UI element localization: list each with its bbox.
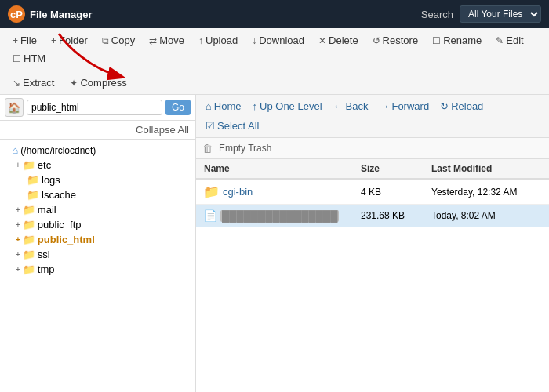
home-nav-icon: ⌂ bbox=[205, 100, 212, 112]
table-row[interactable]: 📁 cgi-bin 4 KB Yesterday, 12:32 AM bbox=[196, 179, 549, 205]
upload-button[interactable]: ↑ Upload bbox=[192, 32, 244, 49]
reload-icon: ↻ bbox=[440, 100, 449, 112]
row1-modified-cell: Yesterday, 12:32 AM bbox=[424, 179, 549, 205]
go-button[interactable]: Go bbox=[165, 100, 191, 115]
download-button[interactable]: ↓ Download bbox=[245, 32, 311, 49]
collapse-all-label: Collapse All bbox=[136, 124, 189, 136]
row2-file-icon: 📄 bbox=[204, 209, 217, 222]
edit-icon: ✎ bbox=[496, 35, 504, 46]
tree-item-mail[interactable]: + 📁 mail bbox=[0, 202, 195, 217]
top-bar: cP File Manager Search All Your Files bbox=[0, 0, 549, 28]
lscache-folder-icon: 📁 bbox=[27, 189, 39, 201]
file-tree: − ⌂ (/home/irclocdnet) + 📁 etc 📁 logs bbox=[0, 140, 195, 392]
tree-item-etc[interactable]: + 📁 etc bbox=[0, 158, 195, 172]
toolbar-row1: + File + Folder ⧉ Copy ⇄ Move ↑ Upload ↓… bbox=[0, 28, 549, 71]
extract-button[interactable]: ↘ Extract bbox=[6, 74, 60, 91]
collapse-all-button[interactable]: Collapse All bbox=[0, 121, 195, 140]
toolbar-row2: ↘ Extract ✦ Compress bbox=[0, 71, 549, 95]
ssl-folder-icon: 📁 bbox=[23, 249, 35, 260]
edit-button[interactable]: ✎ Edit bbox=[489, 32, 529, 49]
tree-item-root[interactable]: − ⌂ (/home/irclocdnet) bbox=[0, 143, 195, 158]
col-size: Size bbox=[353, 159, 424, 179]
tree-label-root: (/home/irclocdnet) bbox=[20, 145, 96, 156]
folder-plus-icon: + bbox=[51, 35, 56, 46]
select-all-icon: ☑ bbox=[205, 120, 215, 132]
page-wrapper: cP File Manager Search All Your Files + … bbox=[0, 0, 549, 392]
folder-button[interactable]: + Folder bbox=[45, 32, 94, 49]
tmp-expand-icon: + bbox=[16, 265, 20, 274]
tree-item-public-html[interactable]: + 📁 public_html bbox=[0, 232, 195, 247]
tree-item-logs[interactable]: 📁 logs bbox=[0, 172, 195, 187]
col-modified: Last Modified bbox=[424, 159, 549, 179]
public-ftp-folder-icon: 📁 bbox=[23, 219, 35, 230]
html-button[interactable]: ☐ HTM bbox=[6, 50, 52, 67]
download-icon: ↓ bbox=[252, 35, 256, 46]
file-plus-icon: + bbox=[13, 35, 18, 46]
tree-label-tmp: tmp bbox=[38, 263, 55, 275]
back-button[interactable]: ← Back bbox=[330, 99, 372, 114]
delete-button[interactable]: ✕ Delete bbox=[312, 32, 365, 49]
tree-label-ssl: ssl bbox=[38, 249, 50, 260]
row1-folder-icon: 📁 bbox=[204, 184, 220, 199]
root-expand-icon: − bbox=[5, 146, 9, 155]
main-area: 🏠 Go Collapse All − ⌂ (/home/irclocdnet)… bbox=[0, 95, 549, 392]
trash-icon: 🗑 bbox=[202, 143, 213, 154]
path-input[interactable] bbox=[27, 100, 162, 115]
reload-button[interactable]: ↻ Reload bbox=[437, 99, 486, 114]
tree-item-tmp[interactable]: + 📁 tmp bbox=[0, 262, 195, 277]
tree-item-lscache[interactable]: 📁 lscache bbox=[0, 187, 195, 202]
table-row[interactable]: 📄 ████████████████ 231.68 KB Today, 8:02… bbox=[196, 205, 549, 227]
up-level-button[interactable]: ↑ Up One Level bbox=[249, 99, 325, 114]
forward-icon: → bbox=[379, 100, 389, 112]
public-ftp-expand-icon: + bbox=[16, 220, 20, 229]
etc-expand-icon: + bbox=[16, 161, 20, 169]
mail-expand-icon: + bbox=[16, 205, 20, 214]
empty-trash-button[interactable]: Empty Trash bbox=[216, 141, 274, 155]
tree-label-public-ftp: public_ftp bbox=[38, 219, 82, 230]
copy-button[interactable]: ⧉ Copy bbox=[96, 32, 141, 49]
file-table: Name Size Last Modified 📁 cgi-bin bbox=[196, 159, 549, 392]
tree-item-public-ftp[interactable]: + 📁 public_ftp bbox=[0, 217, 195, 232]
move-icon: ⇄ bbox=[149, 35, 157, 46]
move-button[interactable]: ⇄ Move bbox=[143, 32, 191, 49]
file-panel: ⌂ Home ↑ Up One Level ← Back → Forward ↻ bbox=[196, 95, 549, 392]
cp-logo-icon: cP bbox=[8, 5, 25, 23]
root-home-icon: ⌂ bbox=[12, 144, 18, 156]
row2-size-cell: 231.68 KB bbox=[353, 205, 424, 227]
app-title: File Manager bbox=[30, 9, 92, 20]
sidebar-path-bar: 🏠 Go bbox=[0, 95, 195, 121]
copy-icon: ⧉ bbox=[102, 35, 109, 46]
forward-button[interactable]: → Forward bbox=[376, 99, 432, 114]
back-icon: ← bbox=[333, 100, 344, 112]
row2-name-cell: 📄 ████████████████ bbox=[196, 205, 353, 227]
rename-button[interactable]: ☐ Rename bbox=[426, 32, 488, 49]
public-html-folder-icon: 📁 bbox=[23, 234, 35, 245]
row1-name-cell: 📁 cgi-bin bbox=[196, 179, 353, 205]
file-button[interactable]: + File bbox=[6, 32, 43, 49]
home-nav-button[interactable]: ⌂ Home bbox=[202, 99, 245, 114]
row1-name-content: 📁 cgi-bin bbox=[204, 184, 345, 199]
row1-name-label: cgi-bin bbox=[223, 186, 253, 198]
tree-label-lscache: lscache bbox=[42, 189, 76, 201]
tree-label-logs: logs bbox=[42, 174, 60, 186]
up-icon: ↑ bbox=[253, 100, 258, 112]
sidebar: 🏠 Go Collapse All − ⌂ (/home/irclocdnet)… bbox=[0, 95, 196, 392]
tree-item-ssl[interactable]: + 📁 ssl bbox=[0, 247, 195, 262]
select-all-button[interactable]: ☑ Select All bbox=[202, 118, 262, 133]
restore-button[interactable]: ↺ Restore bbox=[366, 32, 425, 49]
col-name: Name bbox=[196, 159, 353, 179]
search-scope-select[interactable]: All Your Files bbox=[460, 5, 541, 23]
empty-trash-row: 🗑 Empty Trash bbox=[196, 138, 549, 159]
row1-size-cell: 4 KB bbox=[353, 179, 424, 205]
search-label: Search bbox=[421, 9, 453, 20]
compress-icon: ✦ bbox=[70, 78, 78, 89]
sidebar-home-button[interactable]: 🏠 bbox=[5, 98, 24, 117]
app-logo: cP File Manager bbox=[8, 5, 92, 23]
tmp-folder-icon: 📁 bbox=[23, 263, 35, 275]
extract-icon: ↘ bbox=[13, 78, 20, 89]
html-icon: ☐ bbox=[13, 53, 21, 64]
row2-name-content: 📄 ████████████████ bbox=[204, 209, 345, 222]
tree-label-mail: mail bbox=[38, 204, 56, 216]
compress-button[interactable]: ✦ Compress bbox=[64, 74, 133, 91]
restore-icon: ↺ bbox=[373, 35, 380, 46]
